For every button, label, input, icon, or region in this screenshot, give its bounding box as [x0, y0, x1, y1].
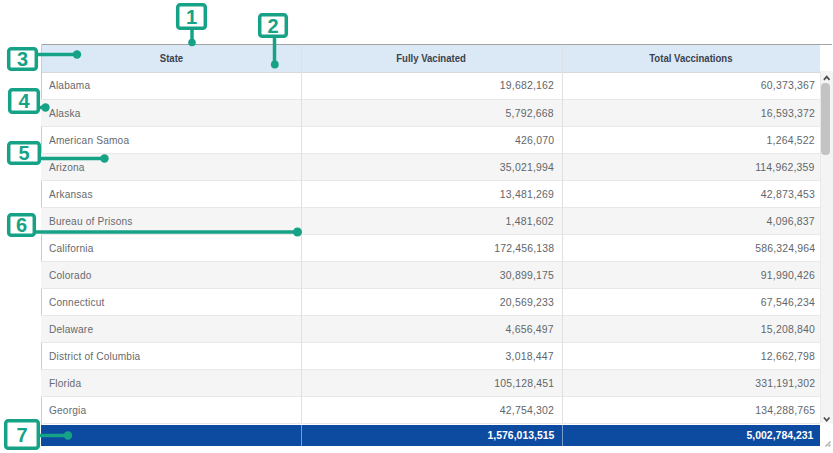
svg-text:7: 7 — [16, 424, 27, 446]
svg-text:5: 5 — [18, 142, 29, 164]
svg-text:2: 2 — [267, 15, 278, 37]
svg-text:6: 6 — [16, 214, 27, 236]
svg-text:1: 1 — [186, 6, 197, 28]
svg-text:4: 4 — [18, 90, 30, 112]
svg-text:3: 3 — [17, 48, 28, 70]
